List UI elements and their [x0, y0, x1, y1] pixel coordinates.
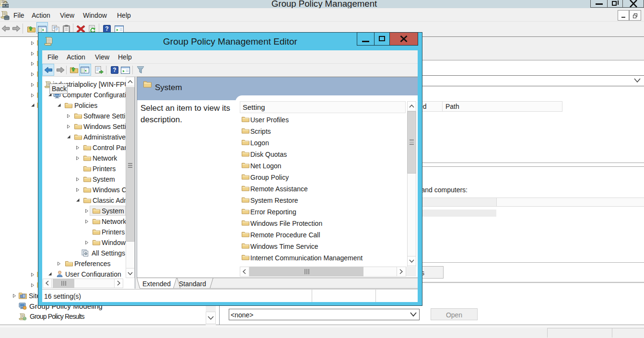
svg-text:?: ? — [113, 67, 116, 73]
svg-text:?: ? — [105, 25, 108, 32]
